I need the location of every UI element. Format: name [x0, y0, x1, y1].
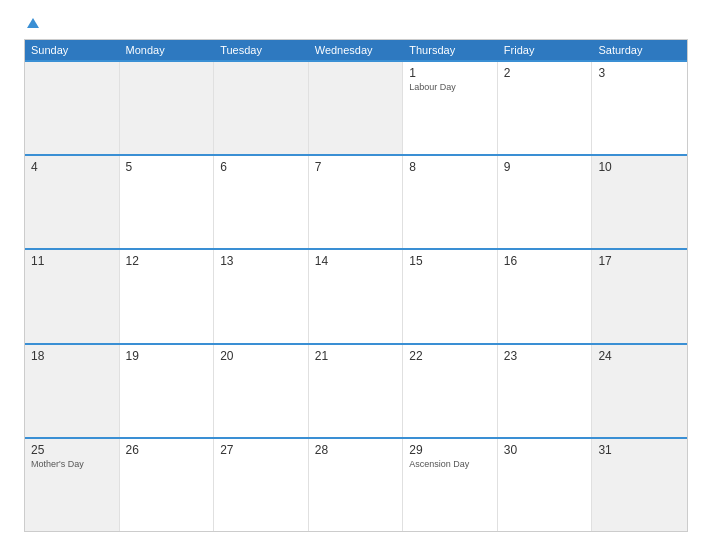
day-cell: 22: [403, 345, 498, 437]
day-number: 25: [31, 443, 113, 457]
day-cell: 9: [498, 156, 593, 248]
day-cell: 6: [214, 156, 309, 248]
logo-blue-text: [24, 18, 39, 29]
day-number: 23: [504, 349, 586, 363]
day-cell: [309, 62, 404, 154]
day-cell: 19: [120, 345, 215, 437]
day-cell: 25Mother's Day: [25, 439, 120, 531]
day-cell: 10: [592, 156, 687, 248]
day-header-sunday: Sunday: [25, 40, 120, 60]
day-cell: [25, 62, 120, 154]
week-row-3: 11121314151617: [25, 248, 687, 342]
week-row-5: 25Mother's Day26272829Ascension Day3031: [25, 437, 687, 531]
day-cell: 23: [498, 345, 593, 437]
day-cell: 21: [309, 345, 404, 437]
day-number: 22: [409, 349, 491, 363]
day-number: 6: [220, 160, 302, 174]
day-number: 14: [315, 254, 397, 268]
day-event: Ascension Day: [409, 459, 491, 471]
day-cell: 29Ascension Day: [403, 439, 498, 531]
header: [24, 18, 688, 29]
week-row-4: 18192021222324: [25, 343, 687, 437]
day-headers-row: SundayMondayTuesdayWednesdayThursdayFrid…: [25, 40, 687, 60]
day-cell: 11: [25, 250, 120, 342]
day-cell: 26: [120, 439, 215, 531]
day-number: 20: [220, 349, 302, 363]
day-header-tuesday: Tuesday: [214, 40, 309, 60]
day-header-thursday: Thursday: [403, 40, 498, 60]
day-cell: 28: [309, 439, 404, 531]
day-cell: 1Labour Day: [403, 62, 498, 154]
day-header-monday: Monday: [120, 40, 215, 60]
day-number: 28: [315, 443, 397, 457]
day-number: 12: [126, 254, 208, 268]
day-number: 10: [598, 160, 681, 174]
day-number: 1: [409, 66, 491, 80]
day-number: 2: [504, 66, 586, 80]
day-header-friday: Friday: [498, 40, 593, 60]
day-cell: 20: [214, 345, 309, 437]
day-cell: 4: [25, 156, 120, 248]
day-cell: 2: [498, 62, 593, 154]
day-cell: 15: [403, 250, 498, 342]
day-number: 8: [409, 160, 491, 174]
day-cell: 14: [309, 250, 404, 342]
day-header-wednesday: Wednesday: [309, 40, 404, 60]
logo-triangle-icon: [27, 18, 39, 28]
week-row-2: 45678910: [25, 154, 687, 248]
day-number: 13: [220, 254, 302, 268]
day-cell: 27: [214, 439, 309, 531]
day-header-saturday: Saturday: [592, 40, 687, 60]
day-event: Labour Day: [409, 82, 491, 94]
logo: [24, 18, 39, 29]
day-number: 5: [126, 160, 208, 174]
day-cell: 8: [403, 156, 498, 248]
day-cell: 24: [592, 345, 687, 437]
day-number: 30: [504, 443, 586, 457]
day-number: 15: [409, 254, 491, 268]
day-cell: 16: [498, 250, 593, 342]
day-cell: 18: [25, 345, 120, 437]
day-number: 9: [504, 160, 586, 174]
day-number: 7: [315, 160, 397, 174]
day-number: 18: [31, 349, 113, 363]
day-cell: 7: [309, 156, 404, 248]
day-cell: 5: [120, 156, 215, 248]
day-cell: 12: [120, 250, 215, 342]
day-event: Mother's Day: [31, 459, 113, 471]
day-cell: [214, 62, 309, 154]
day-number: 27: [220, 443, 302, 457]
day-number: 17: [598, 254, 681, 268]
day-number: 24: [598, 349, 681, 363]
calendar-grid: SundayMondayTuesdayWednesdayThursdayFrid…: [24, 39, 688, 532]
day-number: 21: [315, 349, 397, 363]
week-row-1: 1Labour Day23: [25, 60, 687, 154]
day-number: 11: [31, 254, 113, 268]
day-cell: 17: [592, 250, 687, 342]
day-cell: 31: [592, 439, 687, 531]
day-number: 29: [409, 443, 491, 457]
calendar-page: SundayMondayTuesdayWednesdayThursdayFrid…: [0, 0, 712, 550]
day-cell: 13: [214, 250, 309, 342]
day-number: 16: [504, 254, 586, 268]
day-number: 26: [126, 443, 208, 457]
day-number: 19: [126, 349, 208, 363]
day-number: 31: [598, 443, 681, 457]
day-number: 4: [31, 160, 113, 174]
weeks-container: 1Labour Day23456789101112131415161718192…: [25, 60, 687, 531]
day-cell: [120, 62, 215, 154]
day-number: 3: [598, 66, 681, 80]
day-cell: 3: [592, 62, 687, 154]
day-cell: 30: [498, 439, 593, 531]
